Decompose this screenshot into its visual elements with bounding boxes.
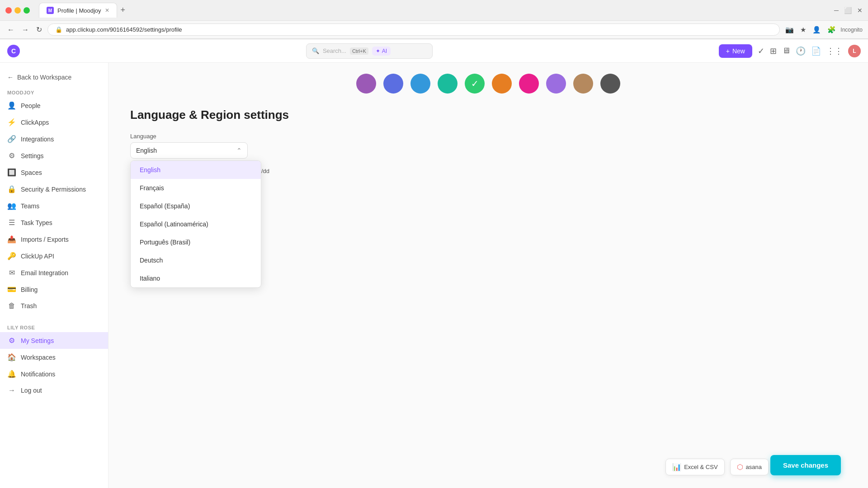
sidebar-item-notifications[interactable]: 🔔 Notifications (0, 366, 108, 382)
grid-icon[interactable]: ⊞ (770, 46, 777, 56)
sidebar-item-trash[interactable]: 🗑 Trash (0, 298, 108, 314)
trash-icon: 🗑 (7, 302, 16, 310)
sidebar-item-clickup-api[interactable]: 🔑 ClickUp API (0, 248, 108, 264)
sidebar-item-settings[interactable]: ⚙ Settings (0, 147, 108, 164)
app-logo: C (7, 45, 20, 57)
app-body: ← Back to Workspace MOODJOY 👤 People ⚡ C… (0, 63, 868, 488)
ai-badge[interactable]: ✦ AI (372, 47, 391, 56)
billing-icon: 💳 (7, 285, 16, 294)
back-to-workspace[interactable]: ← Back to Workspace (0, 68, 108, 86)
color-dot-orange[interactable] (492, 74, 512, 94)
sidebar-item-teams[interactable]: 👥 Teams (0, 197, 108, 214)
section-title: Language & Region settings (130, 108, 846, 122)
email-icon: ✉ (7, 268, 16, 277)
search-bar[interactable]: 🔍 Search... Ctrl+K ✦ AI (306, 43, 433, 59)
language-select[interactable]: English ⌃ (130, 142, 248, 159)
maximize-button[interactable] (24, 7, 30, 14)
extension-icon[interactable]: 🧩 (826, 24, 838, 36)
spaces-icon: 🔲 (7, 168, 16, 177)
color-dot-green[interactable]: ✓ (465, 74, 485, 94)
dropdown-item-portuguese[interactable]: Português (Brasil) (131, 233, 261, 251)
my-settings-icon: ⚙ (7, 336, 16, 345)
sidebar: ← Back to Workspace MOODJOY 👤 People ⚡ C… (0, 63, 108, 488)
sidebar-item-security[interactable]: 🔒 Security & Permissions (0, 181, 108, 197)
color-dot-purple[interactable] (356, 74, 376, 94)
tab-close-button[interactable]: ✕ (105, 7, 109, 14)
back-arrow-icon: ← (7, 74, 14, 81)
tab-favicon: M (47, 7, 54, 14)
new-button[interactable]: + New (719, 44, 752, 58)
language-select-wrapper: English ⌃ EnglishFrançaisEspañol (España… (130, 142, 248, 159)
color-dot-teal[interactable] (438, 74, 458, 94)
sidebar-item-spaces[interactable]: 🔲 Spaces (0, 164, 108, 181)
log-out-icon: → (7, 386, 16, 394)
window-controls[interactable] (5, 7, 30, 14)
color-dot-pink[interactable] (519, 74, 539, 94)
toolbar-right: + New ✓ ⊞ 🖥 🕐 📄 ⋮⋮ L (719, 44, 861, 58)
imports-icon: 📤 (7, 235, 16, 244)
bookmark-icon[interactable]: ★ (798, 24, 808, 36)
search-placeholder: Search... (323, 47, 346, 54)
sidebar-item-my-settings[interactable]: ⚙ My Settings (0, 332, 108, 349)
window-resize-controls: ─⬜✕ (834, 7, 863, 14)
address-bar[interactable]: 🔒 app.clickup.com/9016164592/settings/pr… (47, 23, 780, 36)
clock-icon[interactable]: 🕐 (796, 46, 806, 56)
device-icon[interactable]: 🖥 (782, 46, 790, 56)
user-avatar[interactable]: L (848, 45, 861, 57)
close-button[interactable] (5, 7, 12, 14)
sidebar-item-workspaces[interactable]: 🏠 Workspaces (0, 349, 108, 366)
apps-icon[interactable]: ⋮⋮ (826, 46, 843, 56)
excel-icon: 📊 (672, 463, 681, 471)
selected-language-text: English (136, 147, 157, 154)
search-icon: 🔍 (312, 47, 319, 54)
sidebar-item-integrations[interactable]: 🔗 Integrations (0, 131, 108, 147)
check-icon[interactable]: ✓ (758, 46, 764, 56)
user-section-label: LILY ROSE (0, 321, 108, 332)
dropdown-item-italian[interactable]: Italiano (131, 269, 261, 287)
api-icon: 🔑 (7, 252, 16, 260)
sidebar-item-people[interactable]: 👤 People (0, 97, 108, 114)
kbd-shortcut: Ctrl+K (350, 47, 368, 55)
asana-badge[interactable]: ⬡ asana (730, 459, 769, 475)
color-dot-tan[interactable] (573, 74, 593, 94)
active-tab[interactable]: M Profile | Moodjoy ✕ (39, 3, 117, 18)
sidebar-item-task-types[interactable]: ☰ Task Types (0, 214, 108, 231)
security-icon: 🔒 (7, 185, 16, 193)
dropdown-item-german[interactable]: Deutsch (131, 251, 261, 269)
browser-toolbar: ← → ↻ 🔒 app.clickup.com/9016164592/setti… (0, 20, 868, 39)
sidebar-item-clickapps[interactable]: ⚡ ClickApps (0, 114, 108, 131)
dropdown-item-french[interactable]: Français (131, 179, 261, 197)
chevron-up-icon: ⌃ (236, 147, 242, 154)
ai-star-icon: ✦ (376, 48, 380, 54)
color-dot-lavender[interactable] (546, 74, 566, 94)
teams-icon: 👥 (7, 202, 16, 210)
url-text: app.clickup.com/9016164592/settings/prof… (66, 26, 182, 33)
profile-icon[interactable]: 👤 (811, 24, 823, 36)
tab-title: Profile | Moodjoy (57, 7, 101, 14)
back-nav-button[interactable]: ← (5, 24, 16, 36)
sidebar-item-email-integration[interactable]: ✉ Email Integration (0, 264, 108, 281)
minimize-button[interactable] (14, 7, 21, 14)
dropdown-item-spanish-spain[interactable]: Español (España) (131, 197, 261, 215)
new-tab-button[interactable]: + (117, 4, 129, 17)
sidebar-item-billing[interactable]: 💳 Billing (0, 281, 108, 298)
dropdown-item-english[interactable]: English (131, 161, 261, 179)
color-dot-dark[interactable] (600, 74, 620, 94)
language-section: Language & Region settings Language Engl… (130, 108, 846, 174)
sidebar-item-imports[interactable]: 📤 Imports / Exports (0, 231, 108, 248)
integration-badges: 📊 Excel & CSV ⬡ asana (665, 459, 769, 475)
refresh-button[interactable]: ↻ (34, 23, 44, 36)
dropdown-item-spanish-latam[interactable]: Español (Latinoamérica) (131, 215, 261, 233)
save-changes-button[interactable]: Save changes (770, 455, 841, 475)
tab-bar: M Profile | Moodjoy ✕ + (33, 3, 134, 18)
color-dot-blue[interactable] (410, 74, 430, 94)
people-icon: 👤 (7, 101, 16, 110)
excel-csv-badge[interactable]: 📊 Excel & CSV (665, 459, 724, 475)
color-dot-blue-light[interactable] (383, 74, 403, 94)
cast-icon[interactable]: 📷 (783, 24, 796, 36)
task-types-icon: ☰ (7, 218, 16, 227)
workspaces-icon: 🏠 (7, 353, 16, 361)
forward-nav-button[interactable]: → (20, 24, 31, 36)
sidebar-item-log-out[interactable]: → Log out (0, 382, 108, 399)
doc-icon[interactable]: 📄 (811, 46, 821, 56)
